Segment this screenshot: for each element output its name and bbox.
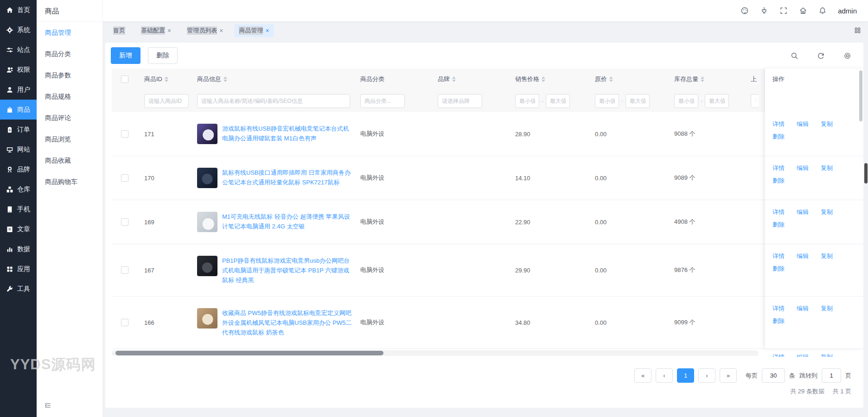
sort-caret-icon[interactable] [542,76,545,82]
sidebar-item-site[interactable]: 站点 [0,40,37,60]
delete-link[interactable]: 删除 [772,133,785,140]
table-vertical-scrollbar[interactable] [859,70,862,121]
delete-link[interactable]: 删除 [772,177,785,184]
col-header-original[interactable]: 原价 [588,69,668,90]
row-checkbox[interactable] [121,130,128,138]
product-thumbnail[interactable] [197,168,217,188]
page-prev-button[interactable]: ‹ [656,368,673,383]
product-thumbnail[interactable] [197,256,217,276]
delete-link[interactable]: 删除 [772,265,785,272]
col-header-price[interactable]: 销售价格 [509,69,588,90]
detail-link[interactable]: 详情 [772,353,785,357]
product-title-link[interactable]: 游戏鼠标有线USB静音宏机械电竞笔记本台式机电脑办公通用键鼠套装 M1白色有声 [222,125,349,142]
copy-link[interactable]: 复制 [821,353,833,357]
delete-link[interactable]: 删除 [772,317,785,324]
copy-link[interactable]: 复制 [821,120,833,128]
page-first-button[interactable]: « [634,368,651,383]
filter-brand-select[interactable] [438,94,482,108]
sidebar-item-apps[interactable]: 应用 [0,259,37,279]
settings-gear-icon[interactable] [843,52,851,60]
product-title-link[interactable]: 鼠标有线USB接口通用即插即用 日常家用商务办公笔记本台式通用轻量化鼠标 SPK… [222,169,351,186]
filter-stock-max-input[interactable] [705,94,729,108]
filter-original-min-input[interactable] [595,94,619,108]
edit-link[interactable]: 编辑 [797,120,809,128]
col-header-id[interactable]: 商品ID [138,69,191,90]
row-checkbox[interactable] [121,174,128,182]
col-header-brand[interactable]: 品牌 [431,69,509,90]
sidebar-item-mobile[interactable]: 手机 [0,199,37,219]
submenu-item-goods-browse[interactable]: 商品浏览 [37,128,102,150]
select-all-checkbox[interactable] [121,76,128,83]
detail-link[interactable]: 详情 [772,164,785,172]
tab-basic-config[interactable]: 基础配置 × [136,24,176,37]
filter-truncated-input[interactable] [751,94,759,108]
sidebar-item-article[interactable]: 文章 [0,219,37,239]
product-thumbnail[interactable] [197,124,217,144]
detail-link[interactable]: 详情 [772,252,785,260]
filter-price-min-input[interactable] [515,94,539,108]
sidebar-item-data[interactable]: 数据 [0,239,37,259]
tab-goods-manage[interactable]: 商品管理 × [234,24,274,37]
sidebar-item-goods[interactable]: 商品 [0,100,37,120]
home-nav-icon[interactable] [799,6,807,15]
close-icon[interactable]: × [265,27,269,34]
edit-link[interactable]: 编辑 [797,208,809,216]
edit-link[interactable]: 编辑 [797,304,809,313]
close-icon[interactable]: × [167,27,171,34]
window-scrollbar-thumb[interactable] [864,163,868,183]
sort-caret-icon[interactable] [165,76,168,82]
sidebar-item-order[interactable]: 订单 [0,120,37,139]
table-horizontal-scrollbar[interactable] [112,350,759,356]
product-thumbnail[interactable] [197,308,217,329]
product-title-link[interactable]: 收藏商品 PW5静音有线游戏鼠标电竞宏定义网吧外设金属机械风笔记本电脑USB家用… [222,310,352,336]
collapse-sidebar-icon[interactable] [44,402,51,411]
page-last-button[interactable]: » [720,368,737,383]
col-header-category[interactable]: 商品分类 [354,69,431,90]
product-title-link[interactable]: M1可充电无线鼠标 轻音办公 超薄便携 苹果风设计笔记本电脑通用 2.4G 太空… [222,213,350,230]
add-button[interactable]: 新增 [111,47,140,64]
sidebar-item-website[interactable]: 网站 [0,139,37,159]
submenu-item-goods-comment[interactable]: 商品评论 [37,107,102,128]
search-icon[interactable] [791,52,798,60]
submenu-item-goods-category[interactable]: 商品分类 [37,43,102,64]
sidebar-item-home[interactable]: 首页 [0,0,37,20]
sidebar-item-system[interactable]: 系统 [0,20,37,40]
submenu-item-goods-spec[interactable]: 商品规格 [37,86,102,107]
theme-palette-icon[interactable] [740,6,749,15]
col-header-stock[interactable]: 库存总量 [668,69,746,90]
edit-link[interactable]: 编辑 [797,353,809,357]
page-number-button[interactable]: 1 [677,368,694,383]
filter-category-input[interactable] [360,94,405,108]
row-checkbox[interactable] [121,218,128,226]
sidebar-item-user[interactable]: 用户 [0,80,37,100]
sort-caret-icon[interactable] [701,76,704,82]
sort-caret-icon[interactable] [609,76,613,82]
edit-link[interactable]: 编辑 [797,164,809,172]
close-icon[interactable]: × [219,27,223,34]
jump-page-input[interactable] [822,368,841,383]
detail-link[interactable]: 详情 [772,208,785,216]
col-header-info[interactable]: 商品信息 [191,69,354,90]
copy-link[interactable]: 复制 [821,208,833,216]
sidebar-item-tools[interactable]: 工具 [0,279,37,299]
row-checkbox[interactable] [121,266,128,274]
delete-button[interactable]: 删除 [148,47,178,64]
sidebar-item-warehouse[interactable]: 仓库 [0,179,37,199]
filter-id-input[interactable] [144,94,189,108]
page-next-button[interactable]: › [698,368,715,383]
detail-link[interactable]: 详情 [772,304,785,313]
col-header-truncated[interactable]: 上 [746,69,759,90]
submenu-item-goods-manage[interactable]: 商品管理 [37,22,102,43]
filter-stock-min-input[interactable] [674,94,698,108]
product-title-link[interactable]: PB1P静音有线鼠标游戏宏电竞男usb办公网吧台式机电脑适用于惠普华硕笔记本 P… [222,257,350,284]
submenu-item-goods-favorite[interactable]: 商品收藏 [37,150,102,171]
scrollbar-thumb[interactable] [115,351,383,355]
filter-original-max-input[interactable] [625,94,650,108]
fullscreen-icon[interactable] [779,6,788,15]
filter-info-input[interactable] [197,94,350,108]
username[interactable]: admin [838,7,857,15]
copy-link[interactable]: 复制 [821,304,833,313]
row-checkbox[interactable] [121,319,128,326]
submenu-item-goods-params[interactable]: 商品参数 [37,64,102,86]
copy-link[interactable]: 复制 [821,252,833,260]
